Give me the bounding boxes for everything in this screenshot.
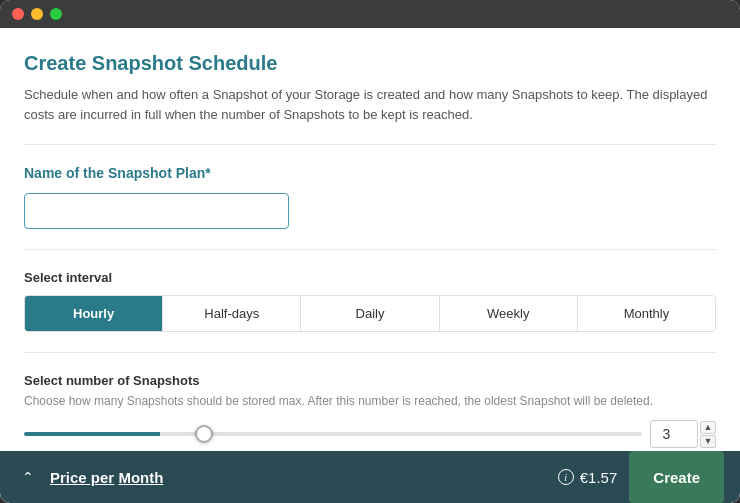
- divider-3: [24, 352, 716, 353]
- titlebar: [0, 0, 740, 28]
- tab-half-days[interactable]: Half-days: [163, 296, 301, 331]
- interval-tabs: Hourly Half-days Daily Weekly Monthly: [24, 295, 716, 332]
- info-icon[interactable]: i: [558, 469, 574, 485]
- divider-2: [24, 249, 716, 250]
- snapshots-decrement[interactable]: ▼: [700, 435, 716, 448]
- snapshots-slider[interactable]: [24, 432, 642, 436]
- snapshot-name-input[interactable]: [24, 193, 289, 229]
- snapshots-section: Select number of Snapshots Choose how ma…: [24, 373, 716, 451]
- snapshots-increment[interactable]: ▲: [700, 421, 716, 434]
- expand-button[interactable]: ⌃: [16, 465, 40, 489]
- snapshots-value-input[interactable]: 3: [650, 420, 698, 448]
- page-description: Schedule when and how often a Snapshot o…: [24, 85, 716, 124]
- maximize-dot[interactable]: [50, 8, 62, 20]
- tab-monthly[interactable]: Monthly: [578, 296, 715, 331]
- page-title: Create Snapshot Schedule: [24, 52, 716, 75]
- name-section: Name of the Snapshot Plan*: [24, 165, 716, 229]
- create-button[interactable]: Create: [629, 451, 724, 503]
- footer-bar: ⌃ Price per Month i €1.57 Create: [0, 451, 740, 503]
- tab-hourly[interactable]: Hourly: [25, 296, 163, 331]
- footer-right: i €1.57 Create: [558, 451, 724, 503]
- price-amount: €1.57: [580, 469, 618, 486]
- close-dot[interactable]: [12, 8, 24, 20]
- interval-section: Select interval Hourly Half-days Daily W…: [24, 270, 716, 332]
- price-label: Price per Month: [50, 469, 163, 486]
- snapshots-spinners: ▲ ▼: [700, 421, 716, 448]
- minimize-dot[interactable]: [31, 8, 43, 20]
- snapshots-label: Select number of Snapshots: [24, 373, 716, 388]
- name-section-label: Name of the Snapshot Plan*: [24, 165, 716, 181]
- snapshots-value-control: 3 ▲ ▼: [650, 420, 716, 448]
- tab-weekly[interactable]: Weekly: [440, 296, 578, 331]
- price-display: i €1.57: [558, 469, 618, 486]
- interval-label: Select interval: [24, 270, 716, 285]
- chevron-up-icon: ⌃: [22, 469, 34, 485]
- tab-daily[interactable]: Daily: [301, 296, 439, 331]
- snapshots-desc: Choose how many Snapshots should be stor…: [24, 394, 716, 408]
- main-content: Create Snapshot Schedule Schedule when a…: [0, 28, 740, 503]
- price-period: Month: [118, 469, 163, 486]
- footer-left: ⌃ Price per Month: [16, 465, 558, 489]
- divider-1: [24, 144, 716, 145]
